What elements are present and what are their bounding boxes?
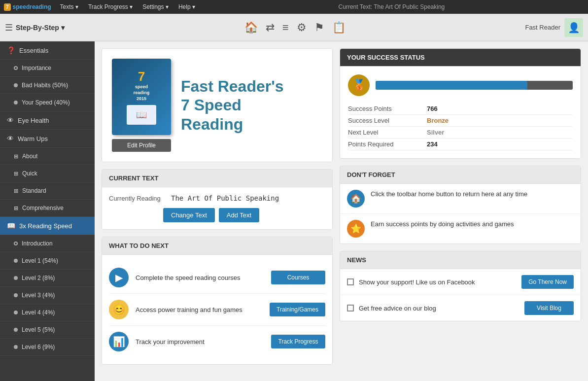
step-by-step-button[interactable]: Step-By-Step ▾	[16, 24, 65, 32]
news-row-blog: Get free advice on our blog Visit Blog	[340, 295, 581, 321]
current-text-row: Currently Reading The Art Of Public Spea…	[109, 194, 325, 202]
menu-track-progress[interactable]: Track Progress ▾	[84, 2, 137, 11]
fast-reader-label: Fast Reader	[525, 24, 560, 31]
stats-value: 234	[427, 140, 438, 148]
sidebar-item-label: About	[22, 153, 37, 160]
hero-title: Fast Reader's 7 Speed Reading	[181, 77, 284, 134]
logo: 7 speedreading	[4, 3, 51, 11]
sidebar-item-level-1[interactable]: Level 1 (54%)	[0, 252, 95, 270]
home-icon[interactable]: 🏠	[244, 21, 258, 34]
sidebar-item-level-3[interactable]: Level 3 (4%)	[0, 287, 95, 304]
sidebar-item-bad-habits[interactable]: Bad Habits (50%)	[0, 77, 95, 94]
change-text-button[interactable]: Change Text	[163, 208, 215, 222]
hero-title-line3: Reading	[181, 115, 284, 134]
sidebar-item-level-4[interactable]: Level 4 (4%)	[0, 304, 95, 321]
menu-help[interactable]: Help ▾	[174, 2, 199, 11]
go-there-now-button[interactable]: Go There Now	[521, 275, 574, 289]
news-header: NEWS	[340, 251, 581, 269]
content-area: 7 speedreading2015 📖 Edit Profile Fast R…	[95, 41, 588, 381]
add-text-button[interactable]: Add Text	[219, 208, 259, 222]
quick-icon: ⊞	[14, 171, 18, 177]
action-buttons: Change Text Add Text	[163, 208, 325, 222]
todo-row-courses: ▶ Complete the speed reading courses Cou…	[109, 262, 325, 294]
dot-icon	[14, 293, 18, 297]
flag-icon[interactable]: ⚑	[314, 21, 324, 34]
top-bar: 7 speedreading Texts ▾ Track Progress ▾ …	[0, 0, 588, 14]
sidebar-item-label: Eye Health	[18, 117, 49, 124]
news-body: Show your support! Like us on Facebook G…	[340, 269, 581, 321]
step-by-step-label: Step-By-Step	[16, 24, 59, 32]
menu-settings[interactable]: Settings ▾	[138, 2, 173, 11]
book-subtitle: speedreading2015	[134, 84, 150, 102]
warmups-icon: 👁	[7, 135, 14, 142]
hero-text: Fast Reader's 7 Speed Reading	[181, 77, 284, 134]
news-card: NEWS Show your support! Like us on Faceb…	[340, 251, 581, 321]
dot-icon	[14, 66, 18, 70]
play-icon: ▶	[109, 268, 129, 287]
sidebar-item-label: Introduction	[22, 240, 53, 247]
clipboard-icon[interactable]: 📋	[332, 21, 346, 34]
facebook-checkbox[interactable]	[347, 278, 354, 285]
sidebar-item-standard[interactable]: ⊞ Standard	[0, 182, 95, 200]
track-progress-button[interactable]: Track Progress	[271, 335, 325, 348]
sidebar-item-quick[interactable]: ⊞ Quick	[0, 165, 95, 182]
training-games-button[interactable]: Training/Games	[270, 303, 325, 316]
standard-icon: ⊞	[14, 188, 18, 194]
main-layout: ❓ Essentials Importance Bad Habits (50%)…	[0, 41, 588, 381]
news-text-facebook: Show your support! Like us on Facebook	[359, 278, 517, 286]
success-card: YOUR SUCCESS STATUS 🥉 Success Points 766	[340, 48, 581, 159]
menu-texts[interactable]: Texts ▾	[56, 2, 82, 11]
dot-icon	[14, 345, 18, 349]
sidebar-item-comprehensive[interactable]: ⊞ Comprehensive	[0, 200, 95, 217]
dot-icon	[14, 83, 18, 87]
stats-label: Points Required	[348, 140, 427, 148]
what-to-do-body: ▶ Complete the speed reading courses Cou…	[102, 255, 332, 364]
stats-label: Next Level	[348, 129, 427, 136]
blog-checkbox[interactable]	[347, 305, 354, 312]
sidebar-item-3x-reading-speed[interactable]: 📖 3x Reading Speed	[0, 217, 95, 235]
list-icon[interactable]: ≡	[282, 21, 289, 34]
current-text-label: Current Text: The Art Of Public Speaking	[199, 3, 584, 10]
sidebar-item-label: Level 5 (5%)	[22, 326, 55, 333]
sidebar-item-label: Level 3 (4%)	[22, 292, 55, 299]
sidebar-item-label: Quick	[22, 170, 37, 177]
left-column: 7 speedreading2015 📖 Edit Profile Fast R…	[102, 48, 333, 374]
stats-value-bronze: Bronze	[427, 117, 449, 124]
sidebar-item-label: Essentials	[19, 47, 48, 54]
dot-icon	[14, 242, 18, 245]
courses-button[interactable]: Courses	[271, 271, 325, 284]
stats-value-silver: Silver	[427, 129, 444, 136]
chevron-down-icon: ▾	[61, 24, 65, 32]
sidebar-item-eye-health[interactable]: 👁 Eye Health	[0, 111, 95, 130]
sidebar-item-level-2[interactable]: Level 2 (8%)	[0, 270, 95, 287]
sidebar-item-introduction[interactable]: Introduction	[0, 235, 95, 252]
sidebar-item-importance[interactable]: Importance	[0, 60, 95, 77]
success-header: YOUR SUCCESS STATUS	[340, 49, 581, 67]
visit-blog-button[interactable]: Visit Blog	[524, 301, 574, 315]
sidebar-item-label: 3x Reading Speed	[19, 222, 72, 230]
sidebar-item-level-6[interactable]: Level 6 (9%)	[0, 339, 95, 356]
exchange-icon[interactable]: ⇄	[266, 21, 275, 34]
settings-icon[interactable]: ⚙	[297, 21, 307, 34]
book-number: 7	[138, 69, 145, 84]
dot-icon	[14, 259, 18, 263]
sidebar-item-your-speed[interactable]: Your Speed (40%)	[0, 94, 95, 111]
sidebar-item-essentials[interactable]: ❓ Essentials	[0, 41, 95, 60]
sidebar-item-warm-ups[interactable]: 👁 Warm Ups	[0, 130, 95, 148]
dot-icon	[14, 276, 18, 280]
sidebar-item-label: Warm Ups	[18, 135, 48, 142]
sidebar-item-about[interactable]: ⊞ About	[0, 148, 95, 165]
sidebar-item-level-5[interactable]: Level 5 (5%)	[0, 321, 95, 339]
fast-reader-area: Fast Reader 👤	[525, 18, 583, 37]
hamburger-button[interactable]: ☰	[5, 22, 13, 33]
book-section: 7 speedreading2015 📖 Edit Profile	[112, 59, 171, 152]
todo-text-courses: Complete the speed reading courses	[136, 274, 264, 281]
todo-row-track: 📊 Track your improvement Track Progress	[109, 326, 325, 357]
edit-profile-button[interactable]: Edit Profile	[112, 139, 171, 152]
stats-row-next: Next Level Silver	[348, 127, 573, 139]
avatar: 👤	[564, 18, 583, 37]
success-body: 🥉 Success Points 766 Success Level Bronz…	[340, 67, 581, 158]
right-column: YOUR SUCCESS STATUS 🥉 Success Points 766	[340, 48, 581, 374]
sidebar-item-label: Comprehensive	[22, 205, 64, 211]
dot-icon	[14, 328, 18, 332]
